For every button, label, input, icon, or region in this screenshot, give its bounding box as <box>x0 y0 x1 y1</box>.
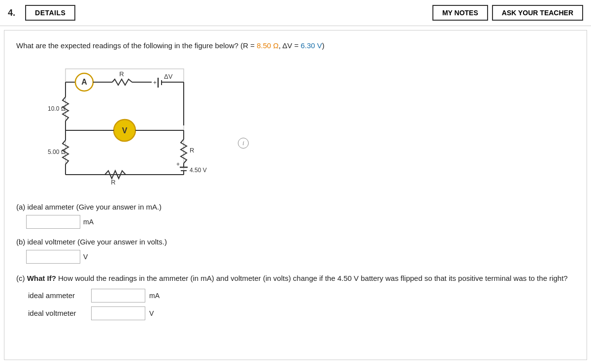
part-c-ammeter-row: ideal ammeter mA <box>28 289 575 303</box>
circuit-area: A R ΔV + <box>16 61 575 191</box>
info-icon[interactable]: i <box>238 138 249 149</box>
svg-text:R: R <box>111 179 115 186</box>
part-c-ammeter-label: ideal ammeter <box>28 291 87 300</box>
part-c-bold: What If? <box>27 274 56 282</box>
part-c-voltmeter-row: ideal voltmeter V <box>28 306 575 320</box>
part-c-voltmeter-unit: V <box>149 309 154 317</box>
part-b: (b) ideal voltmeter (Give your answer in… <box>16 238 575 264</box>
part-a-unit: mA <box>83 218 94 226</box>
details-button[interactable]: DETAILS <box>25 5 75 21</box>
part-c-ammeter-input[interactable] <box>91 289 145 303</box>
my-notes-button[interactable]: MY NOTES <box>432 5 488 21</box>
part-c-voltmeter-input[interactable] <box>91 306 145 320</box>
part-c-inputs: ideal ammeter mA ideal voltmeter V <box>28 289 575 320</box>
part-c-body: How would the readings in the ammeter (i… <box>56 274 568 282</box>
part-a-input[interactable] <box>26 215 80 229</box>
question-suffix: ) <box>322 41 325 50</box>
main-content: What are the expected readings of the fo… <box>4 30 587 360</box>
question-middle: , ΔV = <box>279 41 301 50</box>
ask-teacher-button[interactable]: ASK YOUR TEACHER <box>492 5 583 21</box>
question-text: What are the expected readings of the fo… <box>16 40 575 52</box>
svg-text:A: A <box>81 78 87 86</box>
circuit-diagram: A R ΔV + <box>46 61 223 191</box>
part-b-input[interactable] <box>26 250 80 264</box>
part-c-ammeter-unit: mA <box>149 292 160 300</box>
info-icon-container: i <box>238 61 249 149</box>
part-c: (c) What If? How would the readings in t… <box>16 273 575 320</box>
dv-value: 6.30 V <box>300 41 322 50</box>
svg-text:+: + <box>176 161 180 168</box>
svg-text:R: R <box>119 70 124 78</box>
svg-text:10.0 Ω: 10.0 Ω <box>48 105 66 112</box>
part-c-intro: (c) <box>16 274 27 282</box>
question-number: 4. <box>8 8 15 18</box>
part-c-text: (c) What If? How would the readings in t… <box>16 273 575 284</box>
part-b-label: (b) ideal voltmeter (Give your answer in… <box>16 238 575 246</box>
svg-text:5.00 Ω: 5.00 Ω <box>48 149 66 155</box>
part-b-answer-row: V <box>26 250 575 264</box>
svg-text:R: R <box>190 147 194 154</box>
svg-text:ΔV: ΔV <box>164 73 173 80</box>
part-a: (a) ideal ammeter (Give your answer in m… <box>16 203 575 229</box>
circuit-svg: A R ΔV + <box>46 61 223 189</box>
part-a-label: (a) ideal ammeter (Give your answer in m… <box>16 203 575 211</box>
question-prefix: What are the expected readings of the fo… <box>16 41 257 50</box>
r-value: 8.50 Ω <box>257 41 279 50</box>
part-a-answer-row: mA <box>26 215 575 229</box>
page-container: 4. DETAILS MY NOTES ASK YOUR TEACHER Wha… <box>0 0 591 364</box>
part-b-unit: V <box>83 253 88 261</box>
svg-text:+: + <box>153 79 157 86</box>
svg-text:4.50 V: 4.50 V <box>190 167 207 174</box>
svg-text:V: V <box>122 126 128 135</box>
header: 4. DETAILS MY NOTES ASK YOUR TEACHER <box>0 0 591 26</box>
header-right: MY NOTES ASK YOUR TEACHER <box>432 5 583 21</box>
part-c-voltmeter-label: ideal voltmeter <box>28 309 87 317</box>
